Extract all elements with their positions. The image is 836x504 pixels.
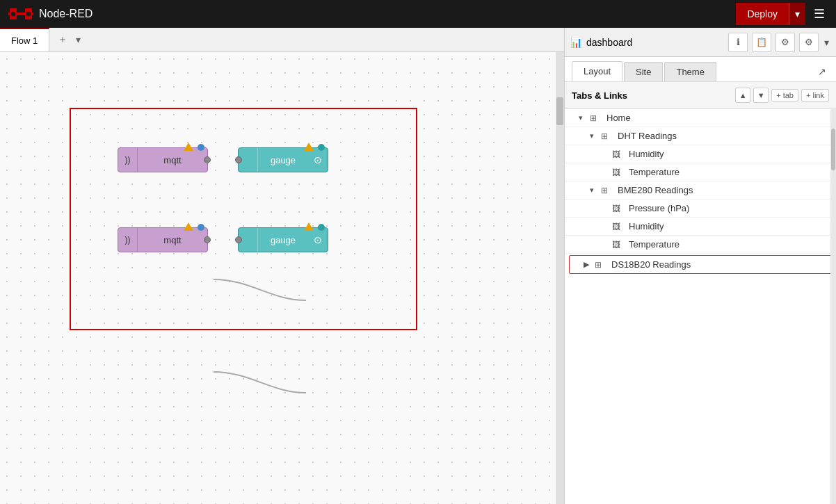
move-up-button[interactable]: ▲ [735,88,750,103]
dashboard-title: dashboard [586,37,724,48]
add-flow-button[interactable]: ＋ [55,32,70,47]
flow-panel: Flow 1 ＋ ▾ [0,28,565,504]
expand-button[interactable]: ▾ [823,35,830,49]
svg-point-3 [10,11,16,17]
chevron-home: ▾ [579,113,590,122]
teal-badge-gauge1 [318,144,325,151]
gauge-node-2[interactable]: gauge ⊙ [238,227,328,252]
flow-tab-actions: ＋ ▾ [55,32,83,47]
tree-item-home[interactable]: ▾ ⊞ Home [565,109,836,127]
chevron-bme280: ▾ [590,186,601,195]
svg-point-4 [26,11,31,17]
tabs-links-header: Tabs & Links ▲ ▼ + tab + link [565,82,836,109]
chevron-ds18b20: ▶ [584,260,595,269]
flow-tabs-bar: Flow 1 ＋ ▾ [0,28,564,52]
label-humidity2: Humidity [629,221,664,231]
flow-tab-label: Flow 1 [11,35,38,46]
panel-tabs-row: Layout Site Theme ↗ [565,57,836,82]
label-bme280: BME280 Readings [618,185,693,195]
deploy-dropdown-arrow[interactable]: ▾ [789,3,805,25]
add-tab-button[interactable]: + tab [771,89,798,101]
right-panel: 📊 dashboard ℹ 📋 ⚙ ⚙ ▾ Layout Site Theme … [565,28,836,504]
gauge2-label: gauge [258,235,308,245]
external-link-button[interactable]: ↗ [815,63,829,80]
tree-scrollbar-thumb[interactable] [831,129,835,170]
warn-badge-mqtt2 [184,222,193,231]
mqtt2-label: mqtt [138,235,207,245]
dashboard-header: 📊 dashboard ℹ 📋 ⚙ ⚙ ▾ [565,28,836,57]
tree-area: ▾ ⊞ Home ▾ ⊞ DHT Readings 🖼 Humidi [565,109,836,504]
label-temperature2: Temperature [629,239,680,250]
gauge1-icon-right: ⊙ [308,154,328,165]
teal-badge-gauge2 [318,224,325,231]
deploy-label[interactable]: Deploy [736,3,789,25]
tabs-links-controls: ▲ ▼ + tab + link [735,88,829,103]
icon-home: ⊞ [590,113,604,123]
tabs-links-title: Tabs & Links [572,90,735,101]
gauge1-port-in[interactable] [235,156,242,163]
flow-tab-flow1[interactable]: Flow 1 [0,28,49,51]
label-home: Home [606,113,631,123]
info-button[interactable]: ℹ [728,33,748,52]
icon-bme280: ⊞ [601,186,615,195]
icon-humidity1: 🖼 [612,149,626,159]
flow-canvas[interactable]: )) mqtt gauge ⊙ [0,52,564,504]
warn-badge-gauge1 [304,143,314,151]
tree-container: ▾ ⊞ Home ▾ ⊞ DHT Readings 🖼 Humidi [565,109,836,504]
logo: Node-RED [8,7,93,21]
mqtt-node-1[interactable]: )) mqtt [118,147,208,172]
menu-button[interactable]: ☰ [811,3,828,24]
mqtt-node-2[interactable]: )) mqtt [118,227,208,252]
tree-item-temperature2[interactable]: 🖼 Temperature [565,236,836,254]
tab-layout[interactable]: Layout [572,61,622,81]
canvas-scrollbar-thumb[interactable] [556,97,563,125]
topbar-left: Node-RED [8,7,93,21]
tree-item-humidity1[interactable]: 🖼 Humidity [565,145,836,163]
main-layout: Flow 1 ＋ ▾ [0,28,836,504]
app-title: Node-RED [39,8,93,20]
warn-badge-mqtt1 [184,143,193,151]
label-humidity1: Humidity [629,149,664,159]
mqtt2-port-out[interactable] [204,236,211,243]
node-group: )) mqtt gauge ⊙ [70,108,417,330]
warn-badge-gauge2 [304,222,314,231]
gauge2-port-in[interactable] [235,236,242,243]
move-down-button[interactable]: ▼ [753,88,769,103]
icon-pressure: 🖼 [612,204,626,213]
blue-badge-mqtt1 [198,144,204,151]
canvas-scrollbar[interactable] [556,52,564,504]
tab-site[interactable]: Site [624,62,663,81]
tree-item-dht[interactable]: ▾ ⊞ DHT Readings [565,127,836,145]
label-temperature1: Temperature [629,167,680,177]
mqtt2-icon: )) [118,228,138,252]
flow-menu-button[interactable]: ▾ [73,33,83,47]
panel-body: Tabs & Links ▲ ▼ + tab + link ▾ ⊞ Home [565,82,836,504]
icon-temperature2: 🖼 [612,240,626,250]
tab-theme[interactable]: Theme [664,62,716,81]
tree-item-pressure[interactable]: 🖼 Pressure (hPa) [565,200,836,218]
logo-icon [8,7,33,21]
mqtt1-port-out[interactable] [204,156,211,163]
tree-item-humidity2[interactable]: 🖼 Humidity [565,218,836,236]
icon-dht: ⊞ [601,131,615,141]
mqtt1-label: mqtt [138,155,207,165]
topbar-right: Deploy ▾ ☰ [736,3,828,25]
tree-scrollbar[interactable] [830,109,836,504]
chevron-dht: ▾ [590,131,601,140]
blue-badge-mqtt2 [198,224,204,231]
gauge-node-1[interactable]: gauge ⊙ [238,147,328,172]
gauge2-icon-right: ⊙ [308,234,328,245]
add-link-button[interactable]: + link [801,89,829,101]
deploy-button[interactable]: Deploy ▾ [736,3,805,25]
chart-icon: 📊 [570,37,582,48]
label-pressure: Pressure (hPa) [629,203,689,213]
gear-button[interactable]: ⚙ [799,33,819,52]
topbar: Node-RED Deploy ▾ ☰ [0,0,836,28]
clipboard-button[interactable]: 📋 [752,33,771,52]
label-dht: DHT Readings [618,131,677,141]
tree-item-ds18b20[interactable]: ▶ ⊞ DS18B20 Readings [569,255,832,274]
tree-item-temperature1[interactable]: 🖼 Temperature [565,163,836,181]
settings2-button[interactable]: ⚙ [775,33,795,52]
icon-ds18b20: ⊞ [595,260,609,270]
tree-item-bme280[interactable]: ▾ ⊞ BME280 Readings [565,181,836,200]
